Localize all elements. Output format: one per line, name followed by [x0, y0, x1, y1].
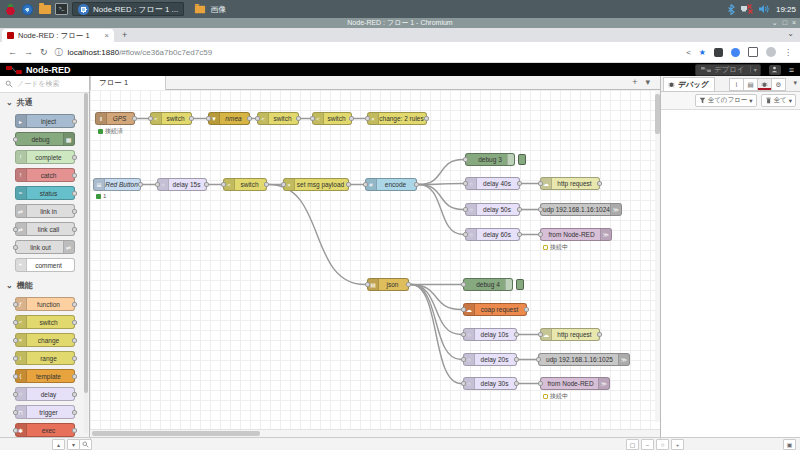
flow-node-dbg3[interactable]: debug 3	[465, 153, 515, 166]
palette-node-comment[interactable]: ❞comment	[15, 258, 75, 272]
flow-node-d50[interactable]: ○delay 50s	[465, 203, 520, 216]
output-port[interactable]	[346, 182, 351, 187]
palette-search-input[interactable]: ノードを検索	[0, 76, 89, 93]
input-port[interactable]	[538, 207, 543, 212]
flow-node-sw2[interactable]: <switch	[257, 112, 299, 125]
palette-category-header[interactable]: ⌄共通	[0, 93, 89, 110]
output-port[interactable]	[517, 232, 522, 237]
web-browser-icon[interactable]	[21, 3, 34, 16]
browser-profile-avatar[interactable]	[766, 47, 776, 57]
flow-list-chevron-icon[interactable]: ▾	[645, 77, 650, 87]
network-disconnected-icon[interactable]	[741, 4, 753, 14]
output-port[interactable]	[132, 116, 137, 121]
canvas-horizontal-scrollbar[interactable]	[90, 429, 660, 437]
flow-node-sw1[interactable]: <switch	[150, 112, 192, 125]
output-port[interactable]	[247, 116, 252, 121]
input-port[interactable]	[281, 182, 286, 187]
flow-node-sw3[interactable]: <switch	[312, 112, 352, 125]
input-port[interactable]	[538, 232, 543, 237]
flow-node-ws2[interactable]: ≫from Node-RED	[540, 377, 610, 390]
input-port[interactable]	[461, 357, 466, 362]
output-port[interactable]	[296, 116, 301, 121]
bluetooth-icon[interactable]	[727, 4, 735, 15]
input-port[interactable]	[255, 116, 260, 121]
flow-node-udp1[interactable]: ≫udp 192.168.1.16:1024	[540, 203, 622, 216]
add-flow-button[interactable]: +	[632, 77, 637, 87]
info-tab-button[interactable]: i	[729, 78, 744, 91]
workspace-tab-flow1[interactable]: フロー 1	[90, 76, 166, 90]
page-info-icon[interactable]: ⓘ	[55, 47, 63, 58]
palette-node-range[interactable]: ↕range	[15, 351, 75, 365]
input-port[interactable]	[461, 332, 466, 337]
palette-node-link-in[interactable]: ⇄link in	[15, 204, 75, 218]
tab-group-icon[interactable]	[748, 47, 758, 57]
raspberry-menu-icon[interactable]	[4, 3, 17, 16]
palette-node-exec[interactable]: ✱exec	[15, 423, 75, 437]
input-port[interactable]	[206, 116, 211, 121]
volume-icon[interactable]	[759, 4, 770, 14]
output-port[interactable]	[264, 182, 269, 187]
palette-node-link-call[interactable]: ⇄link call	[15, 222, 75, 236]
window-minimize-icon[interactable]: ⌄	[772, 18, 778, 28]
debug-tab-button[interactable]	[757, 78, 772, 91]
tab-close-icon[interactable]: ×	[105, 31, 109, 40]
output-port[interactable]	[597, 332, 602, 337]
flow-node-chg1[interactable]: ×change: 2 rules	[367, 112, 427, 125]
input-port[interactable]	[538, 332, 543, 337]
output-port[interactable]	[524, 307, 529, 312]
input-port[interactable]	[221, 182, 226, 187]
output-port[interactable]	[424, 116, 429, 121]
flow-node-d40[interactable]: ○delay 40s	[465, 177, 520, 190]
flow-node-d30[interactable]: ○delay 30s	[463, 377, 517, 390]
input-port[interactable]	[463, 207, 468, 212]
flow-node-d60[interactable]: ○delay 60s	[465, 228, 520, 241]
output-port[interactable]	[138, 182, 143, 187]
expand-sidebar-button[interactable]: ▣	[783, 439, 796, 450]
palette-node-delay[interactable]: ○delay	[15, 387, 75, 401]
output-port[interactable]	[517, 181, 522, 186]
palette-scrollbar[interactable]	[84, 93, 88, 433]
input-port[interactable]	[363, 182, 368, 187]
output-port[interactable]	[514, 332, 519, 337]
collapse-categories-button[interactable]: ▴	[52, 439, 65, 450]
flow-node-setmsg[interactable]: ×set msg payload	[283, 178, 349, 191]
help-tab-button[interactable]: ▤	[743, 78, 758, 91]
config-tab-button[interactable]: ⚙	[771, 78, 786, 91]
browser-menu-kebab-icon[interactable]: ⋮	[784, 48, 792, 57]
flow-node-d15[interactable]: ○delay 15s	[157, 178, 207, 191]
file-manager-icon[interactable]	[38, 3, 51, 16]
window-close-icon[interactable]: ×	[792, 18, 796, 28]
palette-node-switch[interactable]: <switch	[15, 315, 75, 329]
main-menu-hamburger-icon[interactable]: ≡	[789, 65, 794, 75]
palette-category-header[interactable]: ⌄機能	[0, 276, 89, 293]
search-flows-button[interactable]	[79, 439, 92, 450]
input-port[interactable]	[148, 116, 153, 121]
palette-node-catch[interactable]: !catch	[15, 168, 75, 182]
sidebar-menu-chevron-icon[interactable]: ▾	[793, 79, 797, 87]
extension-icon[interactable]	[714, 48, 723, 57]
palette-node-inject[interactable]: ▸inject	[15, 114, 75, 128]
extension-profile-icon[interactable]	[731, 48, 740, 57]
flow-node-gps[interactable]: ‖GPS	[95, 112, 135, 125]
flow-node-enc[interactable]: #encode	[365, 178, 417, 191]
output-port[interactable]	[189, 116, 194, 121]
input-port[interactable]	[461, 307, 466, 312]
flow-node-http1[interactable]: ☁http request	[540, 177, 600, 190]
user-button[interactable]	[769, 65, 781, 75]
output-port[interactable]	[414, 182, 419, 187]
output-port[interactable]	[204, 182, 209, 187]
palette-node-complete[interactable]: !complete	[15, 150, 75, 164]
input-port[interactable]	[463, 232, 468, 237]
flow-node-json[interactable]: ▤json	[367, 278, 409, 291]
debug-filter-flows-dropdown[interactable]: 全てのフロー ▾	[695, 94, 757, 107]
new-tab-button[interactable]: +	[122, 30, 127, 41]
reload-icon[interactable]: ↻	[40, 47, 48, 57]
palette-node-trigger[interactable]: ⊓trigger	[15, 405, 75, 419]
output-port[interactable]	[514, 381, 519, 386]
flow-node-coap[interactable]: ☁coap request	[463, 303, 527, 316]
input-port[interactable]	[365, 116, 370, 121]
palette-node-link-out[interactable]: ⇄link out	[15, 240, 75, 254]
input-port[interactable]	[538, 181, 543, 186]
share-icon[interactable]: <	[686, 48, 691, 57]
input-port[interactable]	[310, 116, 315, 121]
